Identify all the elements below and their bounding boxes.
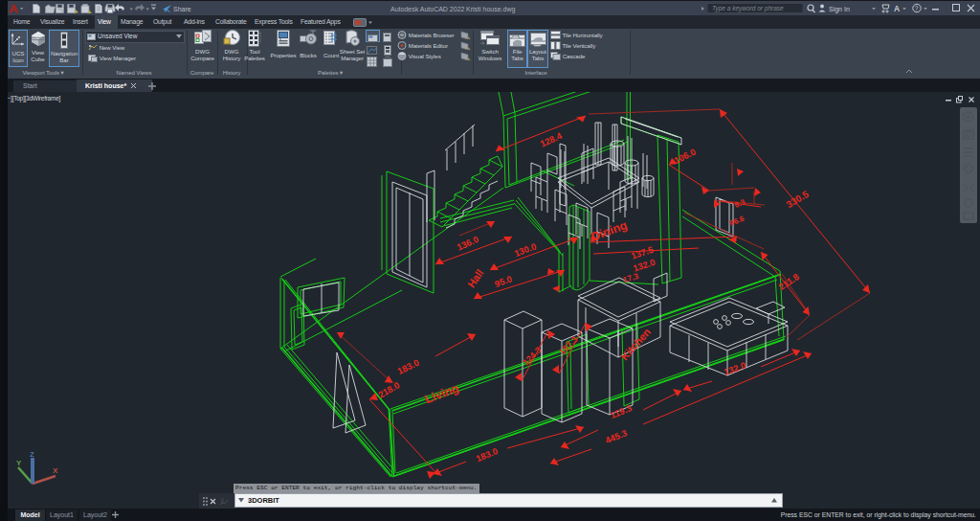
svg-text:119.3: 119.3 [609, 402, 634, 420]
svg-text:Type a keyword or phrase: Type a keyword or phrase [712, 5, 784, 12]
svg-text:445.3: 445.3 [604, 427, 629, 445]
svg-text:Kitchen: Kitchen [618, 326, 653, 362]
svg-text:?: ? [915, 5, 919, 11]
svg-text:183.0: 183.0 [475, 445, 500, 464]
svg-text:Autodesk AutoCAD 2022: Autodesk AutoCAD 2022 [390, 6, 465, 12]
svg-text:6.3: 6.3 [733, 197, 746, 210]
svg-text:Share: Share [173, 6, 191, 12]
svg-text:A: A [894, 4, 900, 13]
svg-text:Kristi house.dwg: Kristi house.dwg [466, 6, 515, 13]
svg-text:218.0: 218.0 [376, 379, 401, 399]
svg-text:Living: Living [423, 381, 460, 406]
svg-text:Y: Y [16, 459, 22, 467]
svg-text:124.3: 124.3 [521, 345, 543, 367]
svg-text:183.0: 183.0 [395, 357, 420, 376]
svg-text:96.6: 96.6 [728, 214, 746, 227]
svg-text:Hall: Hall [465, 267, 485, 289]
svg-text:17.3: 17.3 [622, 271, 640, 285]
svg-text:Sign In: Sign In [829, 6, 850, 13]
svg-text:106.0: 106.0 [672, 147, 697, 166]
svg-text:330.5: 330.5 [785, 189, 811, 211]
svg-text:130.0: 130.0 [513, 240, 538, 259]
svg-text:Dining: Dining [590, 218, 629, 243]
svg-text:Z: Z [30, 450, 34, 459]
svg-text:132.0: 132.0 [723, 359, 747, 376]
svg-text:X: X [53, 466, 58, 475]
